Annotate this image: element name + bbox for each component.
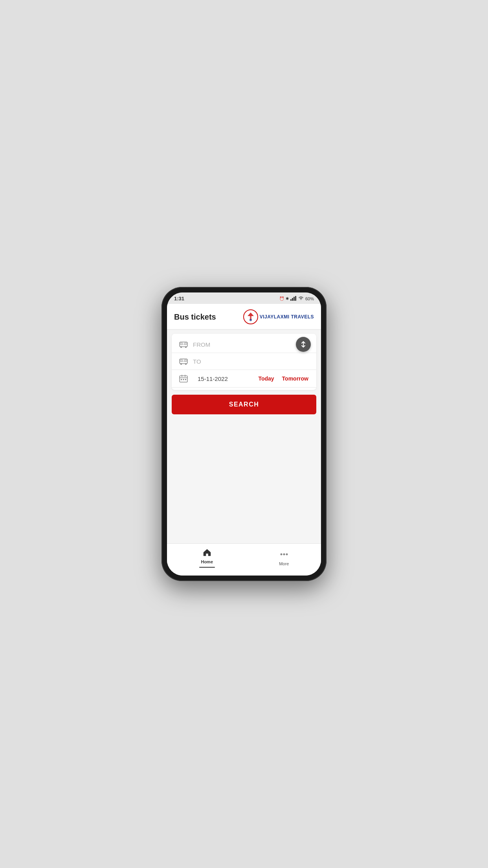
- status-icons: ⏰ ✱: [279, 296, 314, 302]
- svg-rect-0: [290, 299, 292, 301]
- more-icon: [279, 550, 289, 560]
- home-label: Home: [201, 559, 213, 564]
- logo-text: VIJAYLAXMI TRAVELS: [260, 314, 314, 320]
- home-icon: [203, 548, 211, 558]
- bluetooth-icon: ✱: [286, 296, 289, 301]
- logo-icon: [243, 309, 258, 324]
- phone-screen: 1:31 ⏰ ✱: [167, 292, 321, 576]
- svg-point-27: [283, 553, 285, 555]
- tomorrow-button[interactable]: Tomorrow: [281, 375, 310, 382]
- page-title: Bus tickets: [174, 313, 216, 322]
- nav-item-more[interactable]: More: [270, 549, 298, 568]
- svg-point-16: [180, 363, 182, 365]
- svg-rect-14: [180, 360, 183, 362]
- from-field-row: [172, 336, 316, 353]
- svg-point-11: [185, 346, 187, 348]
- status-time: 1:31: [174, 296, 184, 302]
- svg-rect-24: [183, 379, 184, 380]
- swap-button[interactable]: [296, 337, 311, 352]
- bus-from-icon: [178, 341, 189, 348]
- header-logo: VIJAYLAXMI TRAVELS: [243, 309, 314, 324]
- today-button[interactable]: Today: [257, 375, 275, 382]
- to-field-row: [172, 353, 316, 370]
- date-display: 15-11-2022: [198, 375, 252, 382]
- svg-rect-25: [185, 379, 186, 380]
- svg-rect-15: [184, 360, 187, 362]
- svg-marker-4: [248, 313, 254, 316]
- status-bar: 1:31 ⏰ ✱: [167, 292, 321, 304]
- svg-rect-3: [295, 296, 296, 301]
- svg-point-26: [280, 553, 282, 555]
- signal-icon: [290, 296, 297, 302]
- nav-item-home[interactable]: Home: [190, 547, 224, 569]
- svg-rect-2: [294, 297, 295, 301]
- svg-rect-9: [184, 343, 187, 345]
- to-input[interactable]: [193, 358, 310, 365]
- from-input[interactable]: [193, 341, 310, 348]
- app-content: Bus tickets VIJAYLAXMI TRAVELS: [167, 304, 321, 576]
- svg-point-17: [185, 363, 187, 365]
- main-content-area: [167, 414, 321, 543]
- bottom-nav: Home More: [167, 543, 321, 576]
- svg-rect-23: [181, 379, 182, 380]
- alarm-icon: ⏰: [279, 296, 284, 301]
- search-form: 15-11-2022 Today Tomorrow: [172, 334, 316, 390]
- svg-point-28: [286, 553, 288, 555]
- home-nav-indicator: [199, 567, 215, 568]
- date-row: 15-11-2022 Today Tomorrow: [172, 370, 316, 388]
- more-label: More: [279, 561, 289, 566]
- battery-text: 60%: [305, 296, 314, 301]
- wifi-icon: [298, 296, 304, 301]
- calendar-icon: [178, 375, 189, 383]
- search-button[interactable]: SEARCH: [172, 395, 316, 414]
- bus-to-icon: [178, 358, 189, 365]
- svg-point-10: [180, 346, 182, 348]
- svg-point-6: [250, 319, 252, 321]
- header: Bus tickets VIJAYLAXMI TRAVELS: [167, 304, 321, 329]
- phone-shell: 1:31 ⏰ ✱: [161, 287, 327, 581]
- svg-rect-8: [180, 343, 183, 345]
- svg-rect-1: [292, 298, 293, 301]
